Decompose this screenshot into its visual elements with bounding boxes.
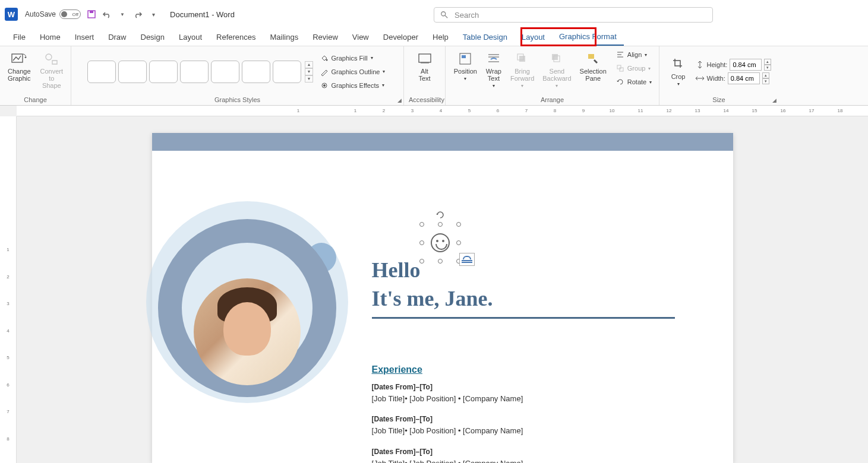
handle-n[interactable] [438, 222, 443, 227]
styles-gallery[interactable]: ▴▾▾ [87, 61, 313, 83]
rotate-handle-icon[interactable] [435, 210, 445, 220]
tab-ctx-layout[interactable]: Layout [515, 29, 552, 45]
section-experience[interactable]: Experience [372, 364, 422, 375]
autosave-pill[interactable]: Off [59, 9, 81, 19]
ruler-tick: 8 [7, 436, 9, 464]
selection-pane-button[interactable]: Selection Pane [576, 49, 610, 84]
qat-customize-icon[interactable]: ▾ [149, 9, 158, 19]
style-thumb-6[interactable] [242, 61, 270, 83]
group-size: Crop▾ Height: ▴▾ Width: ▴▾ Size ◢ [659, 46, 778, 105]
exp1-line: [Job Title]• [Job Position] • [Company N… [372, 393, 523, 405]
itsme-heading[interactable]: It's me, Jane. [372, 286, 493, 311]
save-icon[interactable] [87, 9, 96, 19]
style-thumb-3[interactable] [149, 61, 178, 83]
ruler-tick: 11 [626, 108, 655, 113]
tab-design[interactable]: Design [134, 29, 172, 45]
height-input[interactable] [730, 59, 762, 71]
crop-button[interactable]: Crop▾ [667, 54, 690, 89]
experience-entry-3[interactable]: [Dates From]–[To] [Job Title]• [Job Posi… [372, 446, 523, 463]
tab-layout[interactable]: Layout [172, 29, 209, 45]
graphics-outline-button[interactable]: Graphics Outline▾ [318, 66, 388, 78]
undo-icon[interactable] [102, 9, 112, 19]
ruler-tick: 2 [7, 274, 9, 302]
styles-dialog-launcher-icon[interactable]: ◢ [397, 97, 402, 103]
handle-ne[interactable] [456, 222, 461, 227]
search-box[interactable]: Search [434, 7, 713, 23]
handle-e[interactable] [456, 240, 461, 245]
group-icon [616, 64, 624, 72]
tab-home[interactable]: Home [33, 29, 68, 45]
convert-to-shape-button[interactable]: Convert to Shape [37, 49, 67, 91]
document-page[interactable]: Hello It's me, Jane. Experience [Dates F… [152, 133, 733, 463]
wrap-text-button[interactable]: Wrap Text▾ [482, 49, 506, 91]
width-input[interactable] [728, 72, 760, 84]
ruler-vertical[interactable]: 12345678 [0, 116, 17, 463]
svg-marker-27 [617, 81, 619, 82]
tab-mailings[interactable]: Mailings [263, 29, 306, 45]
graphics-fill-button[interactable]: Graphics Fill▾ [318, 52, 388, 64]
width-spinner[interactable]: ▴▾ [762, 72, 769, 84]
profile-photo[interactable] [194, 278, 301, 385]
tab-insert[interactable]: Insert [68, 29, 102, 45]
redo-icon[interactable] [133, 9, 143, 19]
height-spinner[interactable]: ▴▾ [764, 59, 771, 71]
rotate-button[interactable]: Rotate▾ [614, 76, 654, 88]
selected-graphic[interactable] [425, 228, 455, 258]
tab-help[interactable]: Help [425, 29, 456, 45]
graphics-effects-button[interactable]: Graphics Effects▾ [318, 80, 388, 91]
group-button[interactable]: Group▾ [614, 62, 654, 74]
send-backward-button[interactable]: Send Backward▾ [539, 49, 575, 91]
experience-entry-1[interactable]: [Dates From]–[To] [Job Title]• [Job Posi… [372, 381, 523, 405]
svg-point-7 [326, 59, 327, 61]
experience-entry-2[interactable]: [Dates From]–[To] [Job Title]• [Job Posi… [372, 413, 523, 437]
ruler-tick: 7 [512, 108, 541, 113]
ruler-tick: 12 [655, 108, 683, 113]
handle-nw[interactable] [419, 222, 424, 227]
handle-w[interactable] [419, 240, 424, 245]
style-thumb-7[interactable] [273, 61, 301, 83]
exp3-line: [Job Title]• [Job Position] • [Company N… [372, 458, 523, 463]
gallery-scroll[interactable]: ▴▾▾ [305, 61, 313, 83]
style-thumb-5[interactable] [211, 61, 239, 83]
svg-rect-12 [460, 53, 471, 64]
style-thumb-1[interactable] [87, 61, 116, 83]
tab-references[interactable]: References [209, 29, 263, 45]
ruler-horizontal[interactable]: 1123456789101112131415161718 [17, 106, 868, 116]
tab-draw[interactable]: Draw [101, 29, 133, 45]
tab-table-design[interactable]: Table Design [456, 29, 515, 45]
hello-heading[interactable]: Hello [372, 258, 421, 283]
ruler-tick: 17 [797, 108, 826, 113]
group-graphics-styles: ▴▾▾ Graphics Fill▾ Graphics Outline▾ Gra… [71, 46, 404, 105]
tab-view[interactable]: View [345, 29, 376, 45]
size-dialog-launcher-icon[interactable]: ◢ [772, 97, 777, 103]
selection-handles [422, 224, 459, 261]
tab-developer[interactable]: Developer [376, 29, 425, 45]
alt-text-button[interactable]: Alt Text [413, 49, 437, 84]
ruler-tick: 10 [598, 108, 626, 113]
change-graphic-button[interactable]: Change Graphic [4, 49, 34, 84]
svg-rect-21 [588, 54, 594, 59]
change-graphic-icon [11, 51, 27, 66]
group-accessibility-label: Accessibility [409, 94, 440, 105]
handle-s[interactable] [438, 259, 443, 264]
autosave-toggle[interactable]: AutoSave Off [25, 9, 81, 19]
style-thumb-2[interactable] [118, 61, 147, 83]
tab-review[interactable]: Review [305, 29, 345, 45]
chevron-down-icon: ▾ [382, 83, 384, 88]
layout-options-button[interactable] [459, 253, 475, 266]
ruler-tick: 16 [769, 108, 797, 113]
tab-graphics-format[interactable]: Graphics Format [552, 28, 624, 46]
group-change-label: Change [5, 94, 66, 105]
align-button[interactable]: Align▾ [614, 49, 654, 61]
title-bar: W AutoSave Off ▼ ▾ Document1 - Word Sear… [0, 0, 868, 28]
ruler-tick: 14 [712, 108, 740, 113]
position-button[interactable]: Position▾ [450, 49, 481, 84]
svg-rect-26 [620, 68, 623, 71]
bring-forward-button[interactable]: Bring Forward▾ [507, 49, 538, 91]
tab-file[interactable]: File [6, 29, 33, 45]
undo-dropdown-icon[interactable]: ▼ [118, 9, 127, 19]
ruler-tick: 7 [7, 409, 9, 436]
canvas[interactable]: Hello It's me, Jane. Experience [Dates F… [17, 116, 868, 463]
style-thumb-4[interactable] [180, 61, 209, 83]
ribbon-content: Change Graphic Convert to Shape Change ▴… [0, 46, 868, 106]
